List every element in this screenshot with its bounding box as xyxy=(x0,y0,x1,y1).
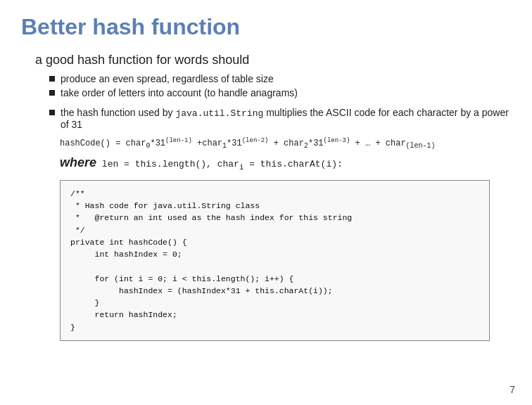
bullet-list: produce an even spread, regardless of ta… xyxy=(49,73,511,98)
code-line-4: */ xyxy=(70,224,479,236)
hash-formula: hashCode() = char0*31(len-1) +char1*31(l… xyxy=(60,137,511,150)
slide-title: Better hash function xyxy=(21,14,511,40)
where-code: len = this.length(), chari = this.charAt… xyxy=(96,159,343,169)
code-line-7 xyxy=(70,260,479,272)
code-line-12: } xyxy=(70,321,479,333)
code-line-3: * @return an int used as the hash index … xyxy=(70,212,479,224)
hash-description: the hash function used by java.util.Stri… xyxy=(61,107,511,130)
bullet-item-hash: the hash function used by java.util.Stri… xyxy=(49,107,511,130)
bullet-item-1: produce an even spread, regardless of ta… xyxy=(49,73,511,84)
code-line-9: hashIndex = (hashIndex*31 + this.charAt(… xyxy=(70,285,479,297)
code-line-10: } xyxy=(70,297,479,309)
where-line: where len = this.length(), chari = this.… xyxy=(60,155,511,172)
where-label: where xyxy=(60,155,96,169)
code-line-8: for (int i = 0; i < this.length(); i++) … xyxy=(70,273,479,285)
code-line-11: return hashIndex; xyxy=(70,309,479,321)
code-line-5: private int hashCode() { xyxy=(70,236,479,248)
page-number: 7 xyxy=(509,384,515,395)
code-line-1: /** xyxy=(70,188,479,200)
bullet-item-2: take order of letters into account (to h… xyxy=(49,87,511,98)
subtitle: a good hash function for words should xyxy=(35,53,511,68)
slide-container: Better hash function a good hash functio… xyxy=(0,0,532,405)
bullet-icon-1 xyxy=(49,76,55,82)
bullet-icon-2 xyxy=(49,90,55,96)
code-line-2: * Hash code for java.util.String class xyxy=(70,200,479,212)
bullet-text-2: take order of letters into account (to h… xyxy=(61,87,298,98)
code-block: /** * Hash code for java.util.String cla… xyxy=(60,180,490,341)
bullet-text-1: produce an even spread, regardless of ta… xyxy=(61,73,274,84)
code-line-6: int hashIndex = 0; xyxy=(70,248,479,260)
bullet-icon-hash xyxy=(49,110,55,115)
